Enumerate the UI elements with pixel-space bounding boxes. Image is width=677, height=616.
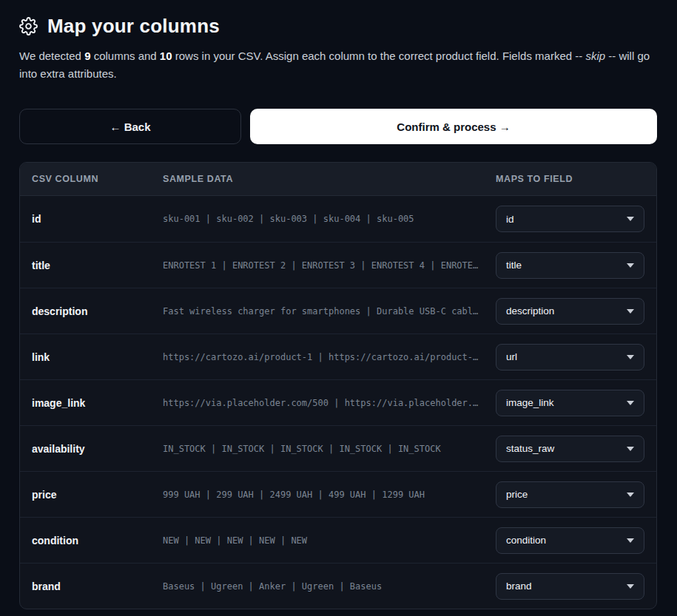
table-header-row: CSV COLUMN SAMPLE DATA MAPS TO FIELD: [20, 163, 656, 196]
chevron-down-icon: [627, 493, 634, 497]
sample-data: ENROTEST 1 | ENROTEST 2 | ENROTEST 3 | E…: [163, 260, 496, 271]
chevron-down-icon: [627, 401, 634, 405]
table-row: availability IN_STOCK | IN_STOCK | IN_ST…: [20, 425, 656, 471]
map-columns-page: Map your columns We detected 9 columns a…: [0, 0, 677, 609]
header-sample-data: SAMPLE DATA: [163, 174, 496, 184]
field-select[interactable]: url: [496, 344, 644, 370]
csv-column-name: availability: [32, 443, 163, 455]
intro-part: columns and: [90, 50, 159, 62]
chevron-down-icon: [627, 309, 634, 314]
csv-column-name: description: [32, 305, 163, 317]
gear-icon: [19, 17, 38, 35]
sample-data: Fast wireless charger for smartphones | …: [163, 306, 496, 317]
intro-part: rows in your CSV. Assign each column to …: [172, 50, 576, 62]
column-mapping-table: CSV COLUMN SAMPLE DATA MAPS TO FIELD id …: [19, 162, 657, 609]
field-select-value: price: [506, 489, 528, 500]
intro-text: We detected 9 columns and 10 rows in you…: [19, 47, 657, 83]
back-button[interactable]: ← Back: [19, 109, 241, 144]
field-select[interactable]: condition: [496, 527, 644, 554]
sample-data: IN_STOCK | IN_STOCK | IN_STOCK | IN_STOC…: [163, 444, 496, 454]
sample-data: Baseus | Ugreen | Anker | Ugreen | Baseu…: [163, 581, 496, 592]
field-select[interactable]: id: [496, 206, 644, 232]
table-row: link https://cartozo.ai/product-1 | http…: [20, 334, 656, 379]
csv-column-name: link: [32, 351, 163, 363]
table-row: id sku-001 | sku-002 | sku-003 | sku-004…: [20, 196, 656, 242]
chevron-down-icon: [627, 217, 634, 221]
sample-data: 999 UAH | 299 UAH | 2499 UAH | 499 UAH |…: [163, 490, 496, 500]
header-csv-column: CSV COLUMN: [32, 174, 163, 184]
sample-data: https://via.placeholder.com/500 | https:…: [163, 398, 496, 408]
chevron-down-icon: [627, 447, 634, 451]
field-select-value: title: [506, 260, 522, 271]
sample-data: sku-001 | sku-002 | sku-003 | sku-004 | …: [163, 214, 496, 224]
chevron-down-icon: [627, 355, 634, 359]
field-select-value: id: [506, 214, 514, 225]
field-select-value: description: [506, 305, 554, 317]
sample-data: NEW | NEW | NEW | NEW | NEW: [163, 535, 496, 546]
field-select[interactable]: title: [496, 252, 644, 279]
field-select[interactable]: price: [496, 481, 644, 508]
chevron-down-icon: [627, 584, 634, 589]
page-header: Map your columns: [19, 15, 657, 38]
table-row: condition NEW | NEW | NEW | NEW | NEW co…: [20, 517, 656, 563]
field-select-value: status_raw: [506, 443, 554, 454]
sample-data: https://cartozo.ai/product-1 | https://c…: [163, 352, 496, 362]
skip-marker: --: [605, 50, 616, 62]
field-select[interactable]: image_link: [496, 390, 644, 416]
field-select[interactable]: description: [496, 298, 644, 325]
skip-word: skip: [585, 50, 605, 62]
csv-column-name: id: [32, 213, 163, 225]
rows-count: 10: [160, 50, 172, 62]
action-buttons: ← Back Confirm & process →: [19, 109, 657, 144]
table-body: id sku-001 | sku-002 | sku-003 | sku-004…: [20, 196, 656, 609]
field-select-value: brand: [506, 581, 532, 592]
chevron-down-icon: [627, 263, 634, 268]
csv-column-name: image_link: [32, 397, 163, 409]
table-row: price 999 UAH | 299 UAH | 2499 UAH | 499…: [20, 471, 656, 517]
csv-column-name: title: [32, 260, 163, 271]
chevron-down-icon: [627, 538, 634, 543]
field-select[interactable]: status_raw: [496, 436, 644, 462]
skip-marker: --: [575, 50, 585, 62]
field-select-value: condition: [506, 535, 546, 546]
field-select-value: url: [506, 351, 517, 362]
page-title: Map your columns: [47, 15, 220, 38]
table-row: brand Baseus | Ugreen | Anker | Ugreen |…: [20, 563, 656, 609]
csv-column-name: condition: [32, 535, 163, 546]
field-select[interactable]: brand: [496, 573, 644, 600]
csv-column-name: brand: [32, 581, 163, 592]
table-row: title ENROTEST 1 | ENROTEST 2 | ENROTEST…: [20, 242, 656, 288]
header-maps-to-field: MAPS TO FIELD: [496, 174, 644, 184]
confirm-process-button[interactable]: Confirm & process →: [250, 109, 657, 144]
table-row: image_link https://via.placeholder.com/5…: [20, 379, 656, 425]
table-row: description Fast wireless charger for sm…: [20, 288, 656, 334]
intro-part: We detected: [19, 50, 84, 62]
field-select-value: image_link: [506, 397, 554, 408]
csv-column-name: price: [32, 489, 163, 501]
